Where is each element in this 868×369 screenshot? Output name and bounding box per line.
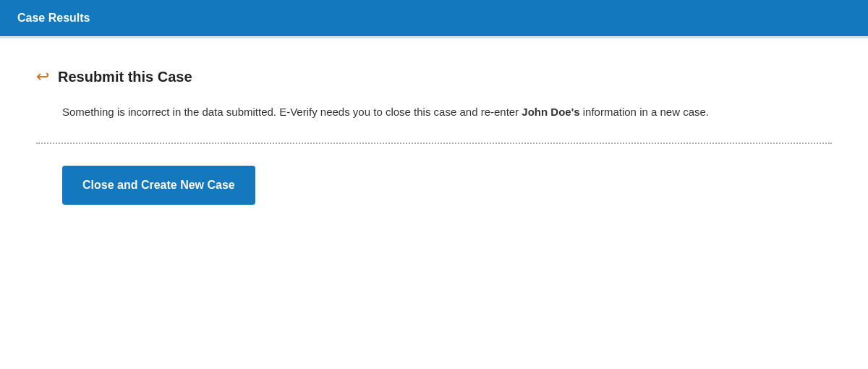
section-title: Resubmit this Case xyxy=(58,69,192,85)
section-heading: ↩︎ Resubmit this Case xyxy=(36,67,832,86)
page-title: Case Results xyxy=(17,12,90,25)
close-and-create-new-case-button[interactable]: Close and Create New Case xyxy=(62,166,255,205)
person-name: John Doe's xyxy=(522,106,579,118)
resubmit-icon: ↩︎ xyxy=(36,67,49,86)
page-header: Case Results xyxy=(0,0,868,38)
description-part2: information in a new case. xyxy=(580,106,709,118)
divider xyxy=(36,143,832,144)
description-part1: Something is incorrect in the data submi… xyxy=(62,106,522,118)
description-text: Something is incorrect in the data submi… xyxy=(62,103,832,121)
main-content: ↩︎ Resubmit this Case Something is incor… xyxy=(0,38,868,234)
